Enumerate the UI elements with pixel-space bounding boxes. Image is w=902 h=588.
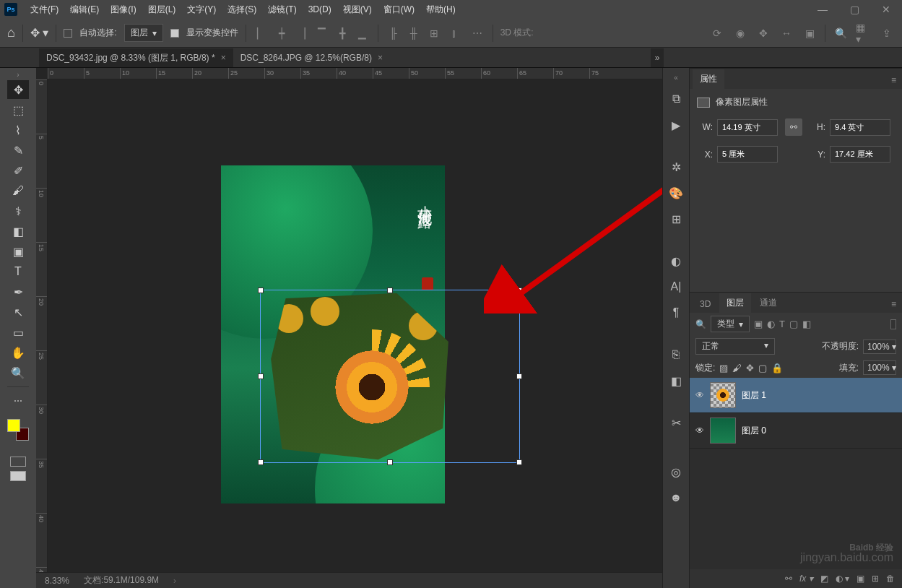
menu-layer[interactable]: 图层(L) <box>142 4 182 16</box>
3d-roll-icon[interactable]: ◉ <box>732 25 748 41</box>
filter-toggle[interactable] <box>890 319 896 329</box>
fill-input[interactable]: 100%▾ <box>863 360 896 375</box>
tab-channels[interactable]: 通道 <box>753 293 784 313</box>
group-icon[interactable]: ▣ <box>857 574 864 584</box>
tab-close-icon[interactable]: × <box>378 53 383 63</box>
ghost-icon[interactable]: ☻ <box>667 489 685 506</box>
filter-type-icon[interactable]: T <box>779 319 785 329</box>
menu-edit[interactable]: 编辑(E) <box>64 4 105 16</box>
visibility-icon[interactable]: 👁 <box>695 390 704 400</box>
lock-position-icon[interactable]: ✥ <box>746 363 754 373</box>
move-tool[interactable]: ✥ <box>7 80 29 99</box>
x-input[interactable]: 5 厘米 <box>717 146 778 163</box>
filter-shape-icon[interactable]: ▢ <box>789 319 798 329</box>
layer-thumbnail[interactable] <box>710 382 736 408</box>
paragraph-icon[interactable]: ¶ <box>667 304 685 321</box>
gradient-tool[interactable]: ▣ <box>7 242 29 261</box>
transform-handle[interactable] <box>258 373 264 379</box>
layer-thumbnail[interactable] <box>710 418 736 444</box>
tab-3d[interactable]: 3D <box>693 295 718 313</box>
quickmask-icon[interactable] <box>10 457 26 467</box>
pen-tool[interactable]: ✒ <box>7 282 29 301</box>
brush-tool[interactable]: 🖌 <box>7 181 29 200</box>
arrange-icon[interactable]: ▦ ▾ <box>856 25 872 41</box>
lasso-tool[interactable]: ⌇ <box>7 121 29 139</box>
lock-paint-icon[interactable]: 🖌 <box>732 363 742 373</box>
clone-tool[interactable]: ⚕ <box>7 202 29 220</box>
blend-mode-dropdown[interactable]: 正常▾ <box>695 338 775 355</box>
layer-name[interactable]: 图层 0 <box>742 425 766 437</box>
tab-doc-inactive[interactable]: DSC_8264.JPG @ 12.5%(RGB/8) × <box>233 48 390 67</box>
lock-artboard-icon[interactable]: ▢ <box>758 363 767 373</box>
hand-tool[interactable]: ✋ <box>7 343 29 362</box>
dist-h-icon[interactable]: ╟ <box>386 25 402 41</box>
3d-pan-icon[interactable]: ✥ <box>755 25 771 41</box>
link-layers-icon[interactable]: ⚯ <box>785 574 792 584</box>
transform-handle[interactable] <box>258 287 264 293</box>
auto-select-checkbox[interactable] <box>64 29 72 38</box>
align-bottom-icon[interactable]: ▁ <box>355 25 370 41</box>
align-left-icon[interactable]: ▏ <box>253 25 269 41</box>
layer-item[interactable]: 👁 图层 1 <box>690 378 902 413</box>
panel-menu-icon[interactable]: ≡ <box>885 72 902 89</box>
color-swatches[interactable] <box>7 419 29 441</box>
menu-select[interactable]: 选择(S) <box>222 4 262 16</box>
cc-icon[interactable]: ◎ <box>667 463 685 480</box>
swatches-icon[interactable]: ⊞ <box>667 210 685 228</box>
link-wh-icon[interactable]: ⚯ <box>785 118 802 136</box>
delete-layer-icon[interactable]: 🗑 <box>886 574 895 584</box>
path-select-tool[interactable]: ↖ <box>7 303 29 321</box>
transform-handle[interactable] <box>387 459 393 465</box>
panel-menu-icon[interactable]: ≡ <box>885 295 902 313</box>
navigator-icon[interactable]: ✲ <box>667 158 685 176</box>
lock-all-icon[interactable]: 🔒 <box>771 363 783 373</box>
share-icon[interactable]: ⇪ <box>879 25 895 41</box>
history-icon[interactable]: ⧉ <box>667 90 685 108</box>
tab-close-icon[interactable]: × <box>221 53 226 63</box>
options-more-icon[interactable]: ⋯ <box>469 25 485 41</box>
filter-adjust-icon[interactable]: ◐ <box>767 319 775 329</box>
tab-doc-active[interactable]: DSC_93432.jpg @ 8.33% (图层 1, RGB/8) * × <box>39 48 233 67</box>
visibility-icon[interactable]: 👁 <box>695 425 704 436</box>
align-top-icon[interactable]: ▔ <box>314 25 330 41</box>
character-icon[interactable]: A| <box>667 278 685 295</box>
menu-type[interactable]: 文字(Y) <box>181 4 222 16</box>
mask-icon[interactable]: ◩ <box>820 574 828 584</box>
marquee-tool[interactable]: ⬚ <box>7 100 29 119</box>
status-arrow-icon[interactable]: › <box>173 576 176 586</box>
lock-transparent-icon[interactable]: ▨ <box>719 363 728 373</box>
width-input[interactable]: 14.19 英寸 <box>717 119 778 136</box>
maximize-button[interactable]: ▢ <box>838 0 870 19</box>
align-center-h-icon[interactable]: ┿ <box>274 25 290 41</box>
adjustments-icon[interactable]: ◐ <box>667 252 685 269</box>
menu-image[interactable]: 图像(I) <box>105 4 142 16</box>
layer-item[interactable]: 👁 图层 0 <box>690 413 902 449</box>
libraries-icon[interactable]: ⎘ <box>667 346 685 363</box>
search-icon[interactable]: 🔍 <box>833 25 849 41</box>
zoom-tool[interactable]: 🔍 <box>7 363 29 382</box>
transform-handle[interactable] <box>258 459 264 465</box>
menu-file[interactable]: 文件(F) <box>25 4 64 16</box>
eyedropper-tool[interactable]: ✐ <box>7 161 29 180</box>
filter-pixel-icon[interactable]: ▣ <box>754 319 763 329</box>
menu-3d[interactable]: 3D(D) <box>303 4 337 14</box>
tools-preset-icon[interactable]: ✂ <box>667 414 685 431</box>
eraser-tool[interactable]: ◧ <box>7 222 29 241</box>
new-layer-icon[interactable]: ⊞ <box>872 574 879 584</box>
adjustment-layer-icon[interactable]: ◐ ▾ <box>836 574 849 584</box>
transform-bounding-box[interactable] <box>260 290 520 463</box>
shape-tool[interactable]: ▭ <box>7 323 29 342</box>
close-button[interactable]: ✕ <box>870 0 902 19</box>
tab-properties[interactable]: 属性 <box>693 69 724 89</box>
align-right-icon[interactable]: ▕ <box>294 25 310 41</box>
3d-slide-icon[interactable]: ↔ <box>779 25 794 41</box>
fx-icon[interactable]: fx ▾ <box>799 574 813 584</box>
screenmode-icon[interactable] <box>10 471 26 481</box>
dist-v-icon[interactable]: ╫ <box>406 25 422 41</box>
status-zoom[interactable]: 8.33% <box>45 576 69 586</box>
menu-view[interactable]: 视图(V) <box>337 4 378 16</box>
menu-help[interactable]: 帮助(H) <box>420 4 461 16</box>
dist-space-icon[interactable]: ⊞ <box>426 25 442 41</box>
3d-orbit-icon[interactable]: ⟳ <box>709 25 725 41</box>
minimize-button[interactable]: — <box>807 0 838 19</box>
